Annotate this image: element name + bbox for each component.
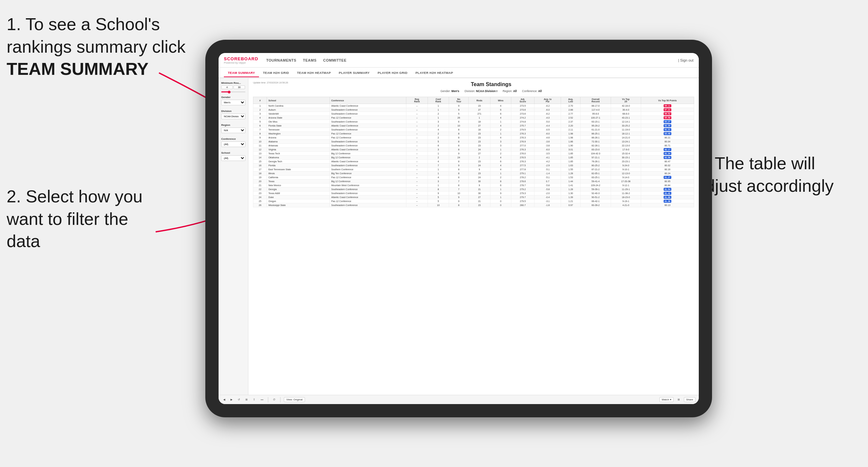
cell-no-tour: 8 — [449, 140, 469, 144]
cell-wins: 4 — [490, 124, 511, 128]
cell-adj-score: 278.2 — [511, 176, 534, 180]
cell-rnds: 271 — [469, 112, 490, 116]
nav-tournaments[interactable]: TOURNAMENTS — [266, 57, 297, 64]
toolbar-sep2 — [280, 397, 280, 402]
cell-vs-top25: 9-12-1 — [611, 184, 641, 187]
toolbar-forward[interactable]: ▶ — [229, 398, 234, 402]
cell-rank: 5 — [253, 120, 267, 124]
watch-btn[interactable]: Watch ▾ — [659, 397, 674, 402]
cell-avg-par: -4.1 — [534, 156, 561, 160]
toolbar-home[interactable]: ⊞ — [244, 398, 249, 402]
filter-rounds-to[interactable] — [234, 86, 245, 89]
cell-wins: 2 — [490, 128, 511, 132]
cell-wins: 6 — [490, 112, 511, 116]
filter-school-select[interactable]: (All) — [221, 155, 245, 161]
cell-vs-top50: 82.58 — [641, 156, 694, 160]
toolbar-back[interactable]: ◀ — [222, 398, 226, 402]
cell-wins: 4 — [490, 167, 511, 172]
sub-nav-team-h2h-grid[interactable]: TEAM H2H GRID — [259, 69, 293, 77]
cell-vs-top25: 9-24-0 — [611, 164, 641, 167]
cell-rnds: 9 — [469, 184, 490, 187]
table-row: 6 Florida State Atlantic Coast Conferenc… — [253, 124, 694, 128]
cell-conf-rank: 1 — [428, 104, 449, 108]
cell-vs-top25: 23-23-1 — [611, 160, 641, 164]
cell-avg-low: 1.86 — [561, 140, 581, 144]
cell-school: Oklahoma — [267, 156, 330, 160]
toolbar-clock[interactable]: ⏱ — [272, 398, 277, 402]
cell-vs-top25: 33-25-2 — [611, 124, 641, 128]
cell-rank: 21 — [253, 184, 267, 187]
cell-rank: 25 — [253, 199, 267, 204]
share-btn[interactable]: Share — [684, 397, 695, 402]
cell-overall: 86-25-1 — [581, 132, 611, 136]
sub-nav-player-summary[interactable]: PLAYER SUMMARY — [335, 69, 374, 77]
cell-avg-low: 1.90 — [561, 144, 581, 148]
cell-vs-top50: 81.42 — [641, 191, 694, 195]
cell-adj-score: 275.7 — [511, 124, 534, 128]
filter-region-select[interactable]: N/A — [221, 127, 245, 133]
nav-committee[interactable]: COMMITTEE — [323, 57, 347, 64]
cell-no-tour: 6 — [449, 120, 469, 124]
cell-avg-par: -4.6 — [534, 136, 561, 140]
cell-vs-top50: 87.21 — [641, 108, 694, 112]
cell-rank: 20 — [253, 180, 267, 184]
sidebar-filters: Minimum Rou... Gender Men's — [219, 78, 248, 395]
sub-nav-team-h2h-heatmap[interactable]: TEAM H2H HEATMAP — [293, 69, 335, 77]
cell-conf-rank: 2 — [428, 112, 449, 116]
score-badge: 83.27 — [664, 120, 672, 123]
toolbar-grid[interactable]: ⊞ — [676, 398, 681, 402]
cell-conf-rank: 2 — [428, 132, 449, 136]
sub-nav-player-h2h-heatmap[interactable]: PLAYER H2H HEATMAP — [411, 69, 457, 77]
score-badge: 81.27 — [664, 176, 672, 179]
toolbar-bottom: ◀ ▶ ↺ ⊞ ⇧ ••• ⏱ View: Original Watch ▾ ⊞… — [219, 395, 699, 404]
cell-school: Oregon — [267, 199, 330, 204]
cell-conference: Southeastern Conference — [330, 144, 406, 148]
cell-reg-rank: – — [406, 195, 428, 199]
toolbar-refresh[interactable]: ↺ — [237, 398, 241, 402]
filter-rounds-from[interactable] — [221, 86, 233, 89]
cell-vs-top50: 81.27 — [641, 176, 694, 180]
cell-overall: 63-15-1 — [581, 120, 611, 124]
toolbar-more[interactable]: ••• — [259, 398, 265, 402]
sub-nav-player-h2h-grid[interactable]: PLAYER H2H GRID — [374, 69, 411, 77]
col-rank: # — [253, 97, 267, 104]
cell-conference: Big Ten Conference — [330, 172, 406, 176]
sub-nav-team-summary[interactable]: TEAM SUMMARY — [224, 69, 259, 77]
score-badge: 85.58 — [664, 116, 672, 119]
cell-conference: Southeastern Conference — [330, 128, 406, 132]
table-row: 11 Arkansas Southeastern Conference – 6 … — [253, 144, 694, 148]
view-original-btn[interactable]: View: Original — [284, 397, 305, 402]
cell-vs-top50: 81.54 — [641, 187, 694, 191]
table-row: 14 Oklahoma Big 12 Conference – 2 24 2 4… — [253, 156, 694, 160]
cell-conference: Mountain West Conference — [330, 184, 406, 187]
cell-school: Texas A&M — [267, 191, 330, 195]
rounds-slider-thumb[interactable] — [228, 91, 230, 93]
table-row: 19 California Pac-12 Conference – 4 8 24… — [253, 176, 694, 180]
filter-gender-select[interactable]: Men's — [221, 100, 245, 105]
cell-wins: 3 — [490, 144, 511, 148]
cell-no-tour: 7 — [449, 180, 469, 184]
cell-conference: Southeastern Conference — [330, 120, 406, 124]
toolbar-share2[interactable]: ⇧ — [252, 398, 257, 402]
filter-region: Region N/A — [221, 124, 245, 134]
cell-conf-rank: 3 — [428, 148, 449, 152]
filter-conference-select[interactable]: (All) — [221, 142, 245, 147]
nav-teams[interactable]: TEAMS — [303, 57, 317, 64]
cell-school: Virginia — [267, 148, 330, 152]
cell-conference: Southeastern Conference — [330, 164, 406, 167]
pill-conference: Conference: All — [522, 89, 542, 93]
cell-rank: 11 — [253, 144, 267, 148]
cell-no-tour: 9 — [449, 104, 469, 108]
cell-avg-low: 1.53 — [561, 176, 581, 180]
table-row: 20 Texas Big 12 Conference – 3 7 30 8 27… — [253, 180, 694, 184]
cell-conf-rank: 6 — [428, 144, 449, 148]
sign-out-link[interactable]: | Sign out — [678, 58, 693, 62]
cell-avg-par: -1.4 — [534, 172, 561, 176]
col-adj-score: Adj.Score — [511, 97, 534, 104]
table-row: 9 Arizona Pac-12 Conference – 2 8 23 4 2… — [253, 136, 694, 140]
cell-reg-rank: – — [406, 112, 428, 116]
cell-reg-rank: – — [406, 132, 428, 136]
filter-division-select[interactable]: NCAA Division I — [221, 114, 245, 119]
table-row: 13 Texas Tech Big 12 Conference – 1 9 27… — [253, 152, 694, 156]
cell-adj-score: 277.5 — [511, 164, 534, 167]
